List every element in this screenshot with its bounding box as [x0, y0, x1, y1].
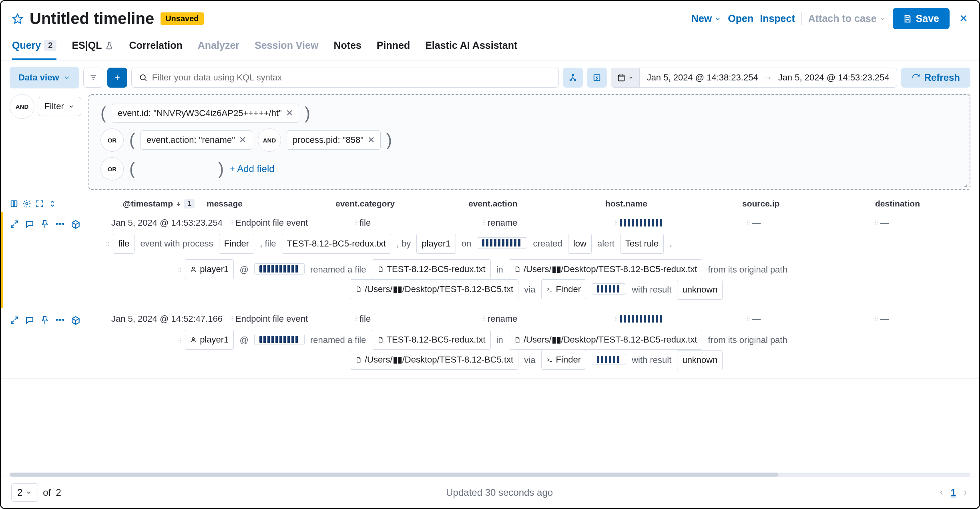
add-field-button[interactable]: + Add field — [229, 163, 275, 174]
chip-filename[interactable]: TEST-8.12-BC5-redux.txt — [282, 234, 391, 254]
chip-path[interactable]: /Users/▮▮/Desktop/TEST-8.12-BC5-redux.tx… — [509, 330, 703, 350]
chip-host-redacted[interactable] — [254, 263, 305, 275]
row-narrative-2: ⠿ player1 @ renamed a file TEST-8.12-BC5… — [106, 259, 970, 300]
chip-result[interactable]: unknown — [677, 350, 723, 370]
chip-redacted[interactable] — [592, 354, 626, 365]
fullscreen-icon[interactable] — [35, 199, 44, 208]
current-page[interactable]: 1 — [951, 487, 956, 498]
chip-host-redacted[interactable] — [477, 237, 527, 248]
tab-session-view[interactable]: Session View — [255, 35, 318, 60]
col-event-category[interactable]: event.category — [335, 199, 464, 208]
tab-query[interactable]: Query2 — [12, 35, 56, 60]
chip-path[interactable]: /Users/▮▮/Desktop/TEST-8.12-BC5-redux.tx… — [509, 259, 703, 279]
col-message[interactable]: message — [207, 199, 331, 208]
gear-icon[interactable] — [22, 199, 31, 208]
svg-rect-5 — [618, 75, 624, 81]
cube-icon[interactable] — [70, 219, 81, 230]
more-icon[interactable] — [55, 219, 65, 229]
kql-input-wrap[interactable] — [131, 68, 559, 88]
attach-to-case-button[interactable]: Attach to case — [808, 13, 886, 24]
expand-icon[interactable] — [10, 219, 19, 229]
cube-icon[interactable] — [70, 315, 81, 326]
chip-redacted[interactable] — [592, 283, 626, 295]
more-icon[interactable] — [55, 315, 65, 325]
page-size-select[interactable]: 2 — [11, 483, 38, 502]
chip-path[interactable]: /Users/▮▮/Desktop/TEST-8.12-BC5.txt — [350, 350, 518, 370]
favorite-star-icon[interactable] — [12, 13, 23, 24]
columns-icon[interactable] — [10, 199, 18, 208]
data-view-button[interactable]: Data view — [10, 67, 79, 88]
open-button[interactable]: Open — [728, 13, 753, 24]
next-page-button[interactable] — [962, 489, 969, 496]
filter-pill-process-pid[interactable]: process.pid: "858"✕ — [287, 130, 381, 150]
chip-path[interactable]: /Users/▮▮/Desktop/TEST-8.12-BC5.txt — [350, 279, 518, 299]
add-filter-button[interactable] — [107, 68, 127, 88]
paren-close: ) — [305, 104, 310, 123]
tab-correlation[interactable]: Correlation — [129, 35, 182, 60]
tab-ai-assistant[interactable]: Elastic AI Assistant — [425, 35, 517, 60]
document-icon — [377, 337, 384, 343]
or-operator-chip[interactable]: OR — [100, 157, 124, 180]
chip-rule[interactable]: Test rule — [620, 234, 664, 254]
timeline-title[interactable]: Untitled timeline — [30, 10, 154, 28]
comment-icon[interactable] — [25, 315, 34, 325]
refresh-button[interactable]: Refresh — [901, 68, 970, 88]
close-button[interactable]: ✕ — [959, 12, 968, 25]
tab-pinned[interactable]: Pinned — [377, 35, 410, 60]
prev-page-button[interactable] — [938, 489, 945, 496]
filter-pill-event-id[interactable]: event.id: "NNVRyW3C4iz6AP25+++++/ht"✕ — [112, 104, 299, 123]
filter-pill-event-action[interactable]: event.action: "rename"✕ — [141, 130, 252, 150]
svg-point-15 — [192, 338, 194, 340]
or-operator-chip[interactable]: OR — [100, 128, 124, 152]
expand-icon[interactable] — [10, 315, 19, 325]
chip-user[interactable]: player1 — [416, 234, 456, 254]
filter-icon-button[interactable] — [83, 68, 103, 88]
chip-user[interactable]: player1 — [185, 330, 234, 350]
date-range-display[interactable]: Jan 5, 2024 @ 14:38:23.254 → Jan 5, 2024… — [640, 68, 897, 87]
filter-dropdown[interactable]: Filter — [38, 97, 81, 116]
pin-icon[interactable] — [40, 219, 50, 229]
tab-esql[interactable]: ES|QL — [72, 35, 114, 60]
chip-user[interactable]: player1 — [185, 259, 234, 279]
chip-result[interactable]: unknown — [677, 280, 723, 300]
cell-category: ⠿file — [354, 218, 482, 228]
remove-filter-icon[interactable]: ✕ — [239, 135, 246, 145]
chip-file[interactable]: file — [113, 234, 135, 254]
chip-process[interactable]: Finder — [219, 234, 254, 254]
new-button[interactable]: New — [691, 13, 721, 24]
chip-filename[interactable]: TEST-8.12-BC5-redux.txt — [372, 259, 491, 279]
col-timestamp[interactable]: @timestamp1 — [78, 199, 202, 208]
pin-icon[interactable] — [40, 315, 50, 325]
chip-process[interactable]: Finder — [541, 350, 586, 370]
svg-rect-12 — [56, 319, 58, 321]
paren-open: ( — [129, 130, 135, 150]
resize-handle-icon[interactable] — [962, 181, 968, 188]
filter-dropzone[interactable]: ( event.id: "NNVRyW3C4iz6AP25+++++/ht"✕ … — [88, 94, 970, 190]
remove-filter-icon[interactable]: ✕ — [368, 135, 375, 145]
and-operator-chip[interactable]: AND — [10, 94, 34, 119]
col-host-name[interactable]: host.name — [605, 199, 737, 208]
chip-host-redacted[interactable] — [254, 334, 305, 345]
col-source-ip[interactable]: source.ip — [742, 199, 870, 208]
tab-analyzer[interactable]: Analyzer — [198, 35, 239, 60]
date-picker-button[interactable] — [611, 68, 640, 87]
chip-severity[interactable]: low — [568, 234, 592, 254]
save-button[interactable]: Save — [893, 8, 950, 29]
col-destination[interactable]: destination — [875, 199, 970, 208]
graph-button[interactable] — [563, 68, 583, 88]
sort-icon[interactable] — [48, 199, 57, 208]
user-icon — [190, 337, 197, 343]
and-operator-chip[interactable]: AND — [258, 128, 281, 152]
chip-filename[interactable]: TEST-8.12-BC5-redux.txt — [372, 330, 491, 350]
filter-icon — [89, 74, 97, 82]
chip-process[interactable]: Finder — [541, 279, 586, 299]
kql-input[interactable] — [152, 72, 551, 83]
horizontal-scrollbar[interactable] — [10, 473, 970, 477]
col-event-action[interactable]: event.action — [468, 199, 600, 208]
comment-icon[interactable] — [25, 219, 34, 229]
cell-host: ⠿ — [614, 314, 746, 324]
remove-filter-icon[interactable]: ✕ — [286, 108, 293, 118]
event-button[interactable] — [587, 68, 607, 88]
tab-notes[interactable]: Notes — [333, 35, 361, 60]
inspect-button[interactable]: Inspect — [760, 13, 795, 24]
